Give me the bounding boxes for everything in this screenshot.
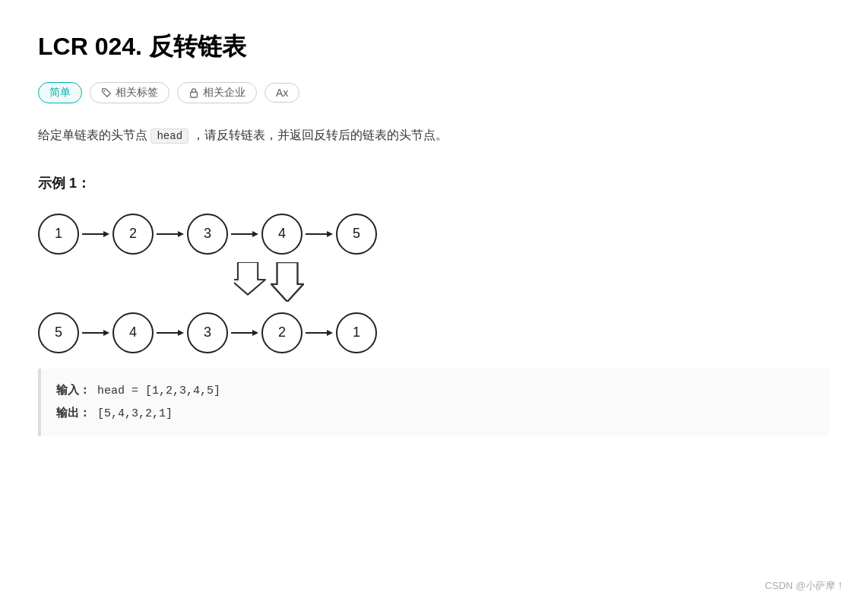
lock-icon	[188, 87, 199, 98]
node-4: 4	[261, 214, 303, 255]
arrow-4-5	[306, 226, 333, 242]
node-r4: 4	[112, 312, 154, 353]
arrow-r5-4	[82, 325, 109, 340]
arrow-2-3	[157, 226, 184, 242]
node-5: 5	[336, 214, 377, 255]
arrow-r3-2	[231, 325, 258, 340]
node-r2: 2	[261, 312, 303, 353]
svg-marker-15	[178, 330, 184, 336]
node-2: 2	[112, 214, 154, 255]
description: 给定单链表的头节点 head ，请反转链表，并返回反转后的链表的头节点。	[38, 125, 830, 147]
node-r1: 1	[336, 312, 377, 353]
down-arrow	[234, 262, 304, 305]
list-after-row: 5 4 3 2 1	[38, 312, 830, 353]
input-line: 输入： head = [1,2,3,4,5]	[56, 379, 815, 403]
svg-marker-19	[327, 330, 333, 336]
node-3: 3	[187, 214, 228, 255]
svg-marker-5	[178, 231, 184, 237]
svg-marker-10	[234, 262, 265, 295]
node-1: 1	[38, 214, 79, 255]
svg-rect-1	[191, 92, 198, 97]
arrow-3-4	[231, 226, 258, 242]
arrow-r4-3	[157, 325, 184, 340]
tags-row: 简单 相关标签 相关企业 Ax	[38, 82, 830, 103]
page-title: LCR 024. 反转链表	[38, 30, 830, 64]
linked-list-diagram: 示例 1： 1 2 3 4	[38, 174, 830, 353]
svg-point-0	[104, 90, 106, 92]
tag-icon	[101, 87, 112, 98]
node-r3: 3	[187, 312, 228, 353]
example-box: 输入： head = [1,2,3,4,5] 输出： [5,4,3,2,1]	[38, 369, 830, 436]
svg-marker-7	[252, 231, 258, 237]
output-line: 输出： [5,4,3,2,1]	[56, 402, 815, 426]
node-r5: 5	[38, 312, 79, 353]
arrow-1-2	[82, 226, 109, 242]
svg-marker-17	[252, 330, 258, 336]
svg-marker-11	[271, 262, 303, 302]
head-code: head	[150, 128, 188, 144]
tag-related-companies[interactable]: 相关企业	[177, 82, 257, 103]
svg-marker-3	[103, 231, 109, 237]
svg-marker-9	[327, 231, 333, 237]
list-before-row: 1 2 3 4 5	[38, 214, 830, 255]
example-title: 示例 1：	[38, 174, 830, 192]
tag-related-tags[interactable]: 相关标签	[90, 82, 169, 103]
svg-marker-13	[103, 330, 109, 336]
arrow-r2-1	[306, 325, 333, 340]
down-arrow-container	[38, 262, 830, 305]
tag-simple[interactable]: 简单	[38, 82, 82, 103]
tag-font-size[interactable]: Ax	[265, 83, 299, 103]
